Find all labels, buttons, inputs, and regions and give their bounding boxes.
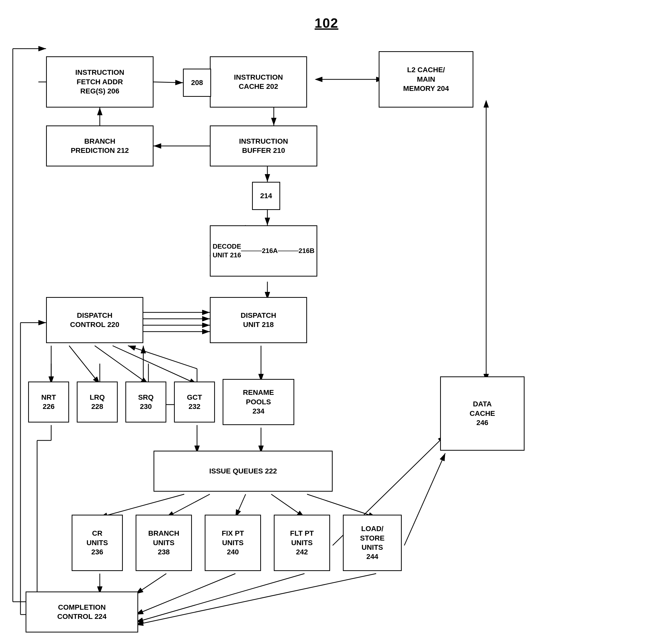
- mux-214-box: 214: [252, 182, 280, 210]
- svg-line-24: [166, 494, 210, 517]
- svg-line-33: [136, 574, 305, 622]
- svg-line-28: [404, 453, 445, 546]
- l2-cache-box: L2 CACHE/MAINMEMORY 204: [379, 51, 474, 108]
- svg-line-17: [69, 346, 100, 384]
- svg-line-31: [136, 574, 166, 594]
- cr-units-box: CRUNITS236: [72, 515, 123, 571]
- issue-queues-box: ISSUE QUEUES 222: [153, 451, 333, 492]
- branch-units-box: BRANCHUNITS238: [136, 515, 192, 571]
- svg-line-27: [307, 494, 376, 517]
- svg-line-32: [136, 574, 235, 615]
- dispatch-control-box: DISPATCHCONTROL 220: [46, 297, 143, 343]
- svg-line-53: [128, 346, 197, 369]
- diagram: 102: [0, 0, 653, 644]
- nrt-box: NRT226: [28, 382, 69, 422]
- svg-line-19: [113, 346, 197, 384]
- svg-line-18: [95, 346, 148, 384]
- instruction-buffer-box: INSTRUCTIONBUFFER 210: [210, 125, 317, 166]
- gct-box: GCT232: [174, 382, 215, 422]
- decode-unit-box: DECODE UNIT 216 216A 216B: [210, 225, 317, 277]
- mux-208-box: 208: [183, 69, 211, 97]
- completion-control-box: COMPLETIONCONTROL 224: [26, 592, 138, 632]
- instruction-fetch-box: INSTRUCTIONFETCH ADDRREG(S) 206: [46, 56, 153, 108]
- svg-line-26: [271, 494, 305, 517]
- flt-pt-units-box: FLT PTUNITS242: [274, 515, 330, 571]
- instruction-cache-box: INSTRUCTIONCACHE 202: [210, 56, 307, 108]
- svg-line-2: [153, 82, 183, 83]
- load-store-units-box: LOAD/STOREUNITS244: [343, 515, 402, 571]
- srq-box: SRQ230: [125, 382, 166, 422]
- rename-pools-box: RENAMEPOOLS234: [223, 379, 294, 425]
- diagram-title: 102: [315, 15, 339, 31]
- data-cache-box: DATACACHE246: [440, 376, 525, 451]
- svg-line-34: [136, 574, 376, 625]
- lrq-box: LRQ228: [77, 382, 118, 422]
- svg-line-25: [235, 494, 246, 517]
- branch-prediction-box: BRANCHPREDICTION 212: [46, 125, 153, 166]
- dispatch-unit-box: DISPATCHUNIT 218: [210, 297, 307, 343]
- fix-pt-units-box: FIX PTUNITS240: [205, 515, 261, 571]
- svg-line-23: [100, 494, 184, 517]
